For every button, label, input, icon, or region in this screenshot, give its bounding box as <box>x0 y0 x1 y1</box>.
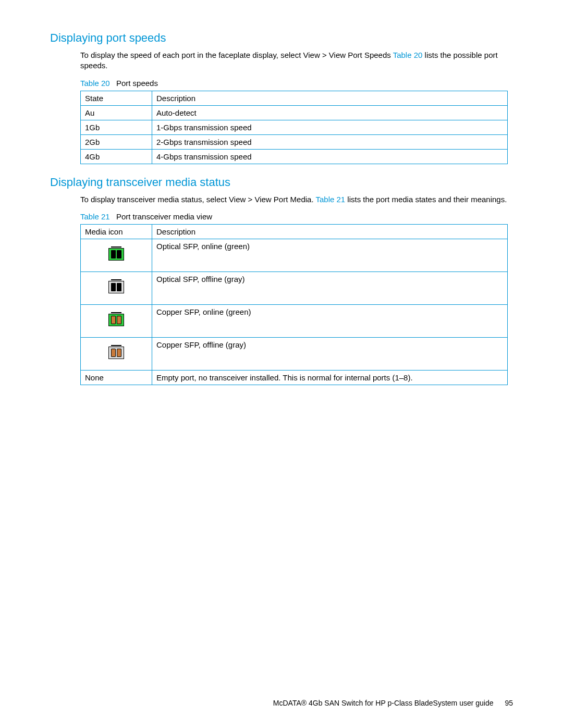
table-20-caption-link[interactable]: Table 20 <box>80 79 110 88</box>
table-header-state: State <box>81 91 152 105</box>
cell-desc: 4-Gbps transmission speed <box>152 149 508 164</box>
table-header-description: Description <box>152 224 508 239</box>
table-row: 4Gb 4-Gbps transmission speed <box>81 149 508 164</box>
cell-desc: 2-Gbps transmission speed <box>152 134 508 149</box>
table-row: Copper SFP, online (green) <box>81 304 508 337</box>
copper-sfp-online-icon <box>108 314 124 326</box>
section-1-heading: Displaying port speeds <box>50 31 513 45</box>
port-speeds-table: State Description Au Auto-detect 1Gb 1-G… <box>80 91 508 164</box>
table-21-link[interactable]: Table 21 <box>315 195 345 204</box>
table-20-link[interactable]: Table 20 <box>393 51 423 59</box>
cell-state: 1Gb <box>81 120 152 134</box>
intro-text-before: To display the speed of each port in the… <box>80 51 393 59</box>
table-21-caption: Table 21 Port transceiver media view <box>50 212 513 221</box>
intro-text-before: To display transceiver media status, sel… <box>80 195 315 204</box>
table-row: Au Auto-detect <box>81 105 508 120</box>
table-header-media-icon: Media icon <box>81 224 152 239</box>
document-page: Displaying port speeds To display the sp… <box>0 0 563 728</box>
cell-state: 4Gb <box>81 149 152 164</box>
page-footer: McDATA® 4Gb SAN Switch for HP p-Class Bl… <box>273 699 513 707</box>
media-icon-cell <box>81 239 152 272</box>
cell-desc: Optical SFP, online (green) <box>152 239 508 272</box>
intro-text-after: lists the port media states and their me… <box>345 195 507 204</box>
media-icon-cell <box>81 337 152 370</box>
table-row: Optical SFP, offline (gray) <box>81 272 508 304</box>
copper-sfp-offline-icon <box>108 347 124 359</box>
optical-sfp-online-icon <box>108 248 124 261</box>
table-21-caption-link[interactable]: Table 21 <box>80 212 110 221</box>
table-row: Copper SFP, offline (gray) <box>81 337 508 370</box>
cell-desc: Copper SFP, offline (gray) <box>152 337 508 370</box>
cell-desc: 1-Gbps transmission speed <box>152 120 508 134</box>
section-1-intro: To display the speed of each port in the… <box>50 50 513 71</box>
cell-desc: Auto-detect <box>152 105 508 120</box>
table-row: Optical SFP, online (green) <box>81 239 508 272</box>
page-number: 95 <box>505 699 513 707</box>
footer-text: McDATA® 4Gb SAN Switch for HP p-Class Bl… <box>273 699 494 707</box>
table-row: 1Gb 1-Gbps transmission speed <box>81 120 508 134</box>
table-header-description: Description <box>152 91 508 105</box>
section-2-heading: Displaying transceiver media status <box>50 176 513 189</box>
cell-desc: Optical SFP, offline (gray) <box>152 272 508 304</box>
section-2-intro: To display transceiver media status, sel… <box>50 194 513 205</box>
cell-desc: Empty port, no transceiver installed. Th… <box>152 370 508 385</box>
table-20-caption: Table 20 Port speeds <box>50 79 513 88</box>
table-row: None Empty port, no transceiver installe… <box>81 370 508 385</box>
media-icon-cell <box>81 272 152 304</box>
table-row: Media icon Description <box>81 224 508 239</box>
cell-state: 2Gb <box>81 134 152 149</box>
table-row: State Description <box>81 91 508 105</box>
table-20-caption-text: Port speeds <box>116 79 158 88</box>
media-icon-cell <box>81 304 152 337</box>
port-media-table: Media icon Description Optical SFP, onli… <box>80 224 508 385</box>
cell-desc: Copper SFP, online (green) <box>152 304 508 337</box>
cell-state: Au <box>81 105 152 120</box>
media-icon-none: None <box>81 370 152 385</box>
table-21-caption-text: Port transceiver media view <box>116 212 212 221</box>
table-row: 2Gb 2-Gbps transmission speed <box>81 134 508 149</box>
optical-sfp-offline-icon <box>108 281 124 293</box>
